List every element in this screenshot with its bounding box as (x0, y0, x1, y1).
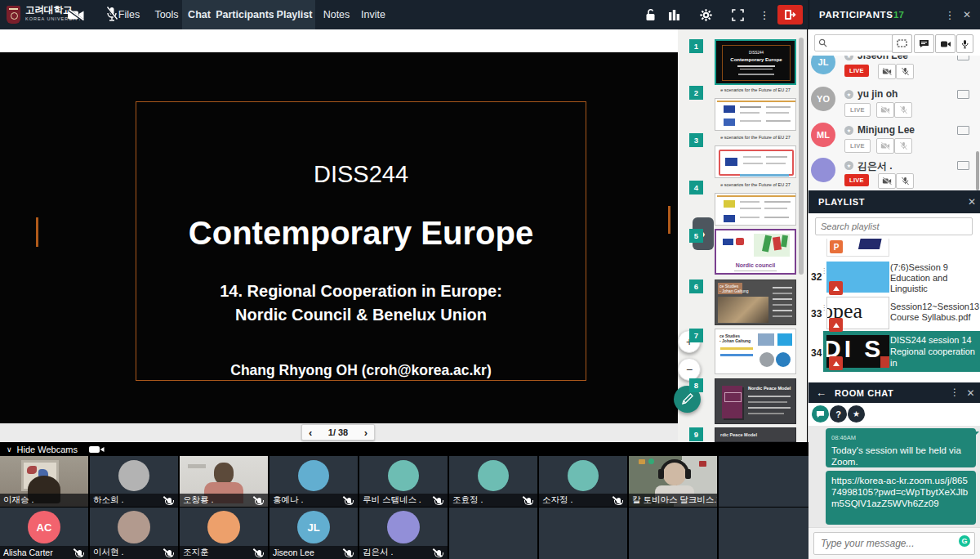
tab-chat[interactable]: Chat (182, 0, 216, 29)
participant-row[interactable]: JL ★ Jiseon Lee LIVE (808, 56, 980, 83)
settings-gear-icon[interactable] (697, 7, 714, 23)
topbar-more-menu[interactable]: ⋮ (759, 7, 770, 23)
slide-subtitle-2: Nordic Council & Benelux Union (136, 306, 586, 324)
playlist-item[interactable]: 33 ⋮ opea Session12~Session13 Course Syl… (808, 293, 980, 329)
thumb-3-title: e scenarios for the Future of EU 27 (715, 135, 796, 140)
fullscreen-icon[interactable] (730, 7, 745, 22)
participants-scrollbar[interactable] (976, 151, 979, 190)
slide-course-code: DISS244 (136, 161, 586, 188)
zoom-out-button[interactable]: − (678, 358, 701, 381)
mic-off-icon (347, 550, 351, 556)
participant-mic-off-button[interactable] (896, 173, 914, 189)
participants-close-icon[interactable]: ✕ (961, 9, 973, 20)
webcam-tile[interactable]: 조지훈 (180, 508, 268, 559)
thumbnail-scrollbar[interactable] (799, 38, 804, 275)
chat-tab-help[interactable]: ? (830, 405, 847, 423)
participant-mic-off-button[interactable] (896, 64, 914, 79)
drag-handle-icon[interactable]: ⋮ (821, 270, 822, 272)
chat-message-input[interactable] (813, 532, 975, 555)
tab-playlist[interactable]: Playlist (274, 0, 315, 29)
webcam-tile[interactable]: 소자정 . (539, 456, 627, 507)
monitor-icon[interactable] (957, 90, 969, 99)
tab-files[interactable]: Files (114, 0, 145, 29)
grammarly-icon[interactable]: G (959, 535, 970, 547)
lock-open-icon[interactable] (643, 7, 657, 22)
webcam-tile-empty (449, 508, 537, 559)
chat-message: 08:46AM Today's session will be held via… (826, 428, 976, 467)
webcam-tile[interactable]: AC Alisha Carter (0, 508, 88, 559)
participants-list: JL ★ Jiseon Lee LIVE YO ★ yu jin oh LIVE… (808, 56, 980, 190)
thumbnail-slide-8[interactable]: Nordic Peace Model (715, 378, 796, 424)
participants-menu[interactable]: ⋮ (945, 7, 955, 23)
webcam-tile[interactable]: 김은서 . (359, 508, 448, 559)
mute-all-camera-button[interactable] (935, 34, 956, 53)
webcam-tile[interactable]: 칼 토비아스 달크비스... (629, 456, 717, 507)
webcam-tile[interactable]: 조효정 . (449, 456, 537, 507)
participant-row[interactable]: ML ★ Minjung Lee LIVE (808, 119, 980, 155)
playlist-items: P 32 ⋮ (7:6)Session 9 Education and Ling… (808, 239, 980, 382)
thumbnail-slide-6[interactable]: ce Studies- Johan Galtung (715, 280, 796, 325)
participant-camera-off-button[interactable] (878, 173, 896, 189)
participant-camera-off-button[interactable] (876, 138, 894, 154)
webcam-tile[interactable]: 홍예나 . (270, 456, 358, 507)
mic-off-icon (167, 550, 172, 556)
mute-all-screen-button[interactable] (892, 34, 912, 53)
webcam-tile[interactable]: 하소희 . (90, 456, 178, 507)
participant-row[interactable]: ★ 김은서 . LIVE (808, 154, 980, 190)
chat-tab-starred[interactable]: ★ (848, 405, 865, 423)
participant-camera-off-button[interactable] (876, 102, 894, 118)
avatar (388, 460, 419, 491)
slide-author: Chang Rhyong OH (croh@korea.ac.kr) (136, 362, 586, 379)
leave-session-button[interactable] (777, 5, 803, 25)
tab-participants[interactable]: Participants (216, 0, 274, 29)
thumbnail-slide-4[interactable] (715, 193, 796, 226)
participant-mic-off-button[interactable] (894, 102, 912, 118)
webcam-tile[interactable]: 루비 스탬네스 . (359, 456, 448, 507)
thumbnail-slide-2[interactable] (715, 98, 796, 131)
avatar (478, 460, 509, 491)
thumbnail-slide-1[interactable]: DISS244 Contemporary Europe (715, 39, 796, 85)
chat-close-icon[interactable]: ✕ (965, 387, 976, 398)
webcam-toggle-icon[interactable] (89, 445, 105, 454)
monitor-icon[interactable] (957, 56, 969, 60)
mute-all-mic-button[interactable] (956, 34, 973, 53)
participant-mic-off-button[interactable] (894, 138, 912, 154)
webcam-tile[interactable]: 이서현 . (90, 508, 178, 559)
thumbnail-slide-3[interactable] (715, 145, 796, 178)
playlist-title: PLAYLIST (818, 197, 865, 207)
playlist-search-input[interactable] (815, 217, 973, 235)
thumbnail-slide-9[interactable]: rdic Peace Model (715, 427, 796, 442)
next-page-button[interactable]: › (364, 427, 368, 439)
camera-off-icon[interactable] (65, 7, 87, 23)
webcam-tile[interactable]: 이재승 . (0, 456, 88, 507)
webcam-tile-empty (719, 456, 808, 507)
drag-handle-icon[interactable]: ⋮ (821, 306, 822, 309)
participants-count: 17 (893, 10, 904, 20)
mic-off-icon (78, 550, 82, 556)
webcam-tile[interactable]: 오창룡 . (180, 456, 268, 507)
mute-all-chat-button[interactable] (914, 34, 934, 53)
playlist-item-partial[interactable]: P (826, 239, 889, 257)
chat-tab-messages[interactable] (812, 405, 829, 423)
thumbnail-slide-5[interactable]: Nordic council (715, 229, 796, 275)
participant-row[interactable]: YO ★ yu jin oh LIVE (808, 83, 980, 119)
playlist-item[interactable]: 32 ⋮ (7:6)Session 9 Education and Lingui… (808, 258, 980, 294)
drag-handle-icon[interactable]: ⋮ (819, 346, 821, 348)
tab-notes[interactable]: Notes (320, 0, 353, 29)
stats-icon[interactable] (666, 7, 682, 22)
slide-canvas[interactable]: DISS244 Contemporary Europe 14. Regional… (0, 52, 678, 423)
chat-menu-icon[interactable]: ⋮ (951, 386, 959, 399)
playlist-close-icon[interactable]: ✕ (966, 196, 978, 208)
tab-tools[interactable]: Tools (150, 0, 183, 29)
playlist-item-active[interactable]: 34 ⋮ DI S DISS244 session 14 Regional co… (808, 331, 980, 372)
chat-message-link[interactable]: https://korea-ac-kr.zoom.us/j/8657499810… (826, 471, 976, 525)
prev-page-button[interactable]: ‹ (309, 427, 312, 439)
webcam-tile[interactable]: JL Jiseon Lee (270, 508, 358, 559)
monitor-icon[interactable] (957, 161, 969, 170)
monitor-icon[interactable] (957, 126, 969, 135)
thumbnail-slide-7[interactable]: ce Studies- Johan Galtung (715, 329, 796, 374)
tab-invite[interactable]: Invite (357, 0, 390, 29)
chat-back-icon[interactable]: ← (816, 387, 826, 399)
participant-camera-off-button[interactable] (878, 64, 896, 79)
hide-webcams-toggle[interactable]: ∨ Hide Webcams (7, 444, 105, 455)
